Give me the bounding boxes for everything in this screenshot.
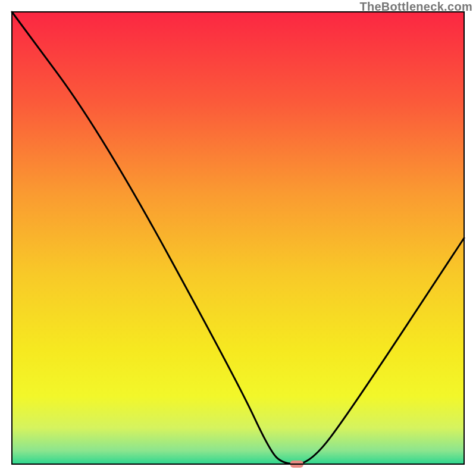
watermark-text: TheBottleneck.com [359, 0, 472, 14]
chart-svg [0, 0, 476, 476]
plot-background [12, 12, 464, 464]
bottleneck-chart: TheBottleneck.com [0, 0, 476, 476]
